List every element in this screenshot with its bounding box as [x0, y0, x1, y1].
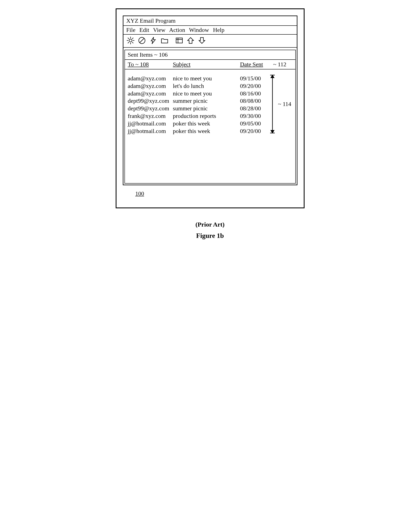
menu-bar: File Edit View Action Window Help — [123, 26, 297, 35]
column-headers: To ~ 108 Subject Date Sent ~ 112 — [124, 60, 296, 69]
table-row[interactable]: adam@xyz.com let's do lunch 09/20/00 — [128, 82, 292, 90]
column-date[interactable]: Date Sent — [240, 61, 263, 67]
message-list: adam@xyz.com nice to meet you 09/15/00 a… — [124, 69, 296, 184]
no-entry-icon[interactable] — [138, 36, 146, 45]
cell-date: 09/05/00 — [240, 120, 270, 127]
lightning-icon[interactable] — [149, 36, 158, 45]
column-to[interactable]: To — [128, 61, 134, 67]
table-row[interactable]: jj@hotmail.com poker this week 09/05/00 — [128, 120, 292, 127]
column-to-ref: ~ 108 — [135, 61, 149, 67]
cell-subject: poker this week — [173, 120, 240, 127]
svg-marker-15 — [188, 37, 194, 44]
svg-marker-16 — [199, 37, 205, 44]
ref-100: 100 — [135, 190, 297, 197]
toolbar — [123, 35, 297, 48]
svg-marker-11 — [151, 37, 155, 44]
svg-line-6 — [132, 42, 133, 43]
email-app-window: XYZ Email Program File Edit View Action … — [123, 15, 297, 185]
sun-icon[interactable] — [126, 36, 135, 45]
prior-art-label: (Prior Art) — [8, 221, 412, 228]
cell-to: dept99@xyz.com — [128, 97, 173, 105]
cell-to: adam@xyz.com — [128, 82, 173, 90]
cell-subject: nice to meet you — [173, 90, 240, 97]
cell-subject: summer picnic — [173, 97, 240, 105]
cell-subject: poker this week — [173, 127, 240, 135]
folder-name: Sent Items — [128, 52, 153, 58]
menu-action[interactable]: Action — [169, 27, 185, 33]
cell-to: jj@hotmail.com — [128, 120, 173, 127]
cell-date: 08/28/00 — [240, 105, 270, 112]
svg-point-0 — [129, 39, 132, 42]
table-row[interactable]: jj@hotmail.com poker this week 09/20/00 — [128, 127, 292, 135]
cell-date: 08/08/00 — [240, 97, 270, 105]
table-row[interactable]: dept99@xyz.com summer picnic 08/28/00 — [128, 105, 292, 112]
title-bar: XYZ Email Program — [123, 16, 297, 26]
figure-number: Figure 1b — [8, 232, 412, 240]
column-subject[interactable]: Subject — [173, 61, 191, 67]
svg-line-7 — [128, 42, 129, 43]
cell-to: jj@hotmail.com — [128, 127, 173, 135]
cell-subject: nice to meet you — [173, 75, 240, 82]
cell-subject: summer picnic — [173, 105, 240, 112]
cell-date: 09/15/00 — [240, 75, 270, 82]
cell-date: 08/16/00 — [240, 90, 270, 97]
svg-line-8 — [132, 38, 133, 39]
window-icon[interactable] — [175, 36, 183, 45]
cell-to: frank@xyz.com — [128, 112, 173, 120]
svg-rect-12 — [176, 38, 182, 43]
menu-view[interactable]: View — [153, 27, 165, 33]
cell-subject: let's do lunch — [173, 82, 240, 90]
figure-outer-border: XYZ Email Program File Edit View Action … — [116, 8, 305, 208]
folder-ref-106: ~ 106 — [154, 52, 168, 58]
cell-subject: production reports — [173, 112, 240, 120]
menu-window[interactable]: Window — [189, 27, 209, 33]
cell-to: adam@xyz.com — [128, 90, 173, 97]
menu-help[interactable]: Help — [213, 27, 224, 33]
folder-label-bar: Sent Items ~ 106 — [124, 50, 296, 60]
double-arrow-icon — [269, 75, 276, 133]
table-row[interactable]: adam@xyz.com nice to meet you 09/15/00 — [128, 75, 292, 82]
cell-to: dept99@xyz.com — [128, 105, 173, 112]
figure-caption: (Prior Art) Figure 1b — [8, 221, 412, 240]
table-row[interactable]: dept99@xyz.com summer picnic 08/08/00 — [128, 97, 292, 105]
ref-114: ~ 114 — [278, 101, 291, 107]
table-row[interactable]: frank@xyz.com production reports 09/30/0… — [128, 112, 292, 120]
down-arrow-icon[interactable] — [198, 36, 206, 45]
menu-edit[interactable]: Edit — [139, 27, 149, 33]
cell-date: 09/30/00 — [240, 112, 270, 120]
svg-line-10 — [140, 38, 144, 43]
column-date-ref: ~ 112 — [273, 61, 286, 67]
menu-file[interactable]: File — [126, 27, 135, 33]
up-arrow-icon[interactable] — [186, 36, 195, 45]
range-arrow-annotation: ~ 114 — [269, 75, 291, 133]
cell-date: 09/20/00 — [240, 127, 270, 135]
app-title: XYZ Email Program — [126, 17, 176, 24]
folder-icon[interactable] — [160, 36, 169, 45]
svg-line-5 — [128, 38, 129, 39]
table-row[interactable]: adam@xyz.com nice to meet you 08/16/00 — [128, 90, 292, 97]
cell-to: adam@xyz.com — [128, 75, 173, 82]
cell-date: 09/20/00 — [240, 82, 270, 90]
